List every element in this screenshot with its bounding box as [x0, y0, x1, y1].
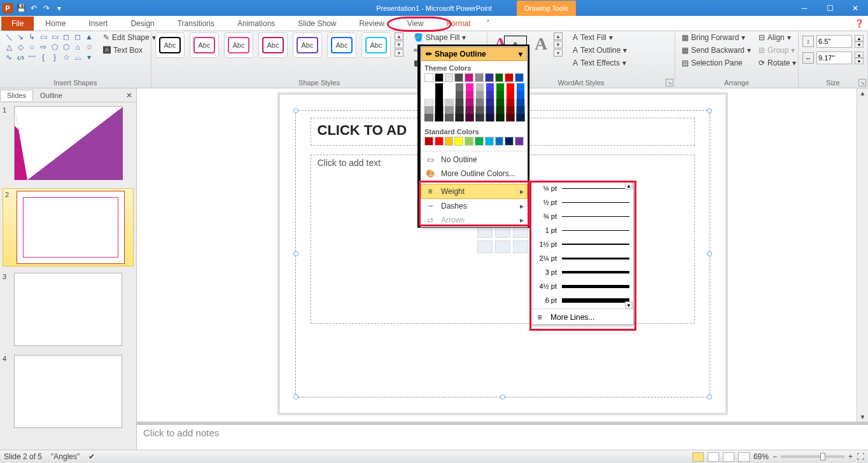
- close-button[interactable]: ✕: [843, 0, 868, 16]
- color-swatch[interactable]: [475, 137, 484, 146]
- weight-scroll[interactable]: ▲▼: [625, 182, 633, 309]
- color-swatch[interactable]: [465, 73, 473, 82]
- maximize-button[interactable]: ☐: [817, 0, 843, 16]
- color-swatch[interactable]: [486, 83, 494, 91]
- color-swatch[interactable]: [424, 106, 433, 114]
- color-swatch[interactable]: [506, 83, 515, 91]
- content-type-icons[interactable]: [477, 225, 528, 253]
- tab-format[interactable]: Format: [435, 16, 482, 31]
- color-swatch[interactable]: [495, 73, 504, 82]
- color-swatch[interactable]: [496, 114, 505, 121]
- color-swatch[interactable]: [506, 114, 515, 121]
- help-icon[interactable]: ❓: [851, 19, 868, 28]
- color-swatch[interactable]: [435, 114, 444, 121]
- minimize-button[interactable]: ─: [792, 0, 817, 16]
- color-swatch[interactable]: [486, 114, 494, 121]
- color-swatch[interactable]: [424, 83, 433, 91]
- tab-review[interactable]: Review: [347, 16, 395, 31]
- tab-insert[interactable]: Insert: [77, 16, 119, 31]
- color-swatch[interactable]: [516, 114, 525, 121]
- shape-height-input[interactable]: ↕ ▲▼: [802, 35, 864, 48]
- tab-slideshow[interactable]: Slide Show: [286, 16, 347, 31]
- color-swatch[interactable]: [445, 106, 454, 114]
- color-swatch[interactable]: [516, 99, 525, 106]
- text-box-button[interactable]: 🅰Text Box: [101, 45, 158, 55]
- zoom-slider[interactable]: [781, 455, 844, 458]
- color-swatch[interactable]: [445, 114, 454, 121]
- group-button[interactable]: ⊞Group ▾: [756, 45, 799, 55]
- color-swatch[interactable]: [435, 91, 444, 99]
- zoom-in-icon[interactable]: +: [848, 452, 853, 461]
- weight-option[interactable]: 2¼ pt: [530, 251, 633, 265]
- weight-option[interactable]: 1½ pt: [530, 237, 633, 251]
- color-swatch[interactable]: [454, 73, 463, 82]
- color-swatch[interactable]: [495, 137, 504, 146]
- theme-colors-row[interactable]: [421, 73, 528, 82]
- color-swatch[interactable]: [455, 99, 464, 106]
- spin-down-icon[interactable]: ▼: [855, 58, 864, 64]
- resize-handle[interactable]: [500, 394, 505, 399]
- color-swatch[interactable]: [455, 106, 464, 114]
- resize-handle[interactable]: [293, 394, 298, 399]
- color-swatch[interactable]: [486, 106, 494, 114]
- shape-width-input[interactable]: ↔ ▲▼: [802, 52, 864, 64]
- slide-thumb-4[interactable]: 4: [3, 355, 134, 428]
- color-swatch[interactable]: [475, 99, 484, 106]
- color-swatch[interactable]: [424, 114, 433, 121]
- weight-option[interactable]: ½ pt: [530, 195, 633, 209]
- shapes-gallery[interactable]: ＼↘↳▭▭◻◻▲ △◇○⇨⬠⬡⌂☆ ∿ᔕ〰{}☆⌓▾: [4, 32, 94, 62]
- tab-animations[interactable]: Animations: [226, 16, 286, 31]
- text-outline-button[interactable]: AText Outline ▾: [570, 45, 629, 55]
- send-backward-button[interactable]: ▦Send Backward ▾: [679, 45, 753, 55]
- color-swatch[interactable]: [485, 73, 494, 82]
- redo-icon[interactable]: ↷: [42, 4, 51, 13]
- view-reading-button[interactable]: [723, 452, 734, 462]
- rotate-button[interactable]: ⟳Rotate ▾: [756, 58, 799, 68]
- selection-pane-button[interactable]: ▤Selection Pane: [679, 58, 753, 68]
- dialog-launcher-icon[interactable]: ↘: [666, 79, 673, 86]
- side-tab-outline[interactable]: Outline: [33, 90, 69, 101]
- weight-option[interactable]: 1 pt: [530, 223, 633, 237]
- color-swatch[interactable]: [465, 114, 474, 121]
- theme-shades-grid[interactable]: [421, 82, 528, 125]
- style-gallery-scroll[interactable]: ▲▼▾: [395, 32, 403, 57]
- color-swatch[interactable]: [486, 99, 494, 106]
- color-swatch[interactable]: [505, 137, 514, 146]
- resize-handle[interactable]: [707, 251, 712, 256]
- color-swatch[interactable]: [506, 99, 515, 106]
- view-sorter-button[interactable]: [708, 452, 719, 462]
- color-swatch[interactable]: [445, 73, 454, 82]
- color-swatch[interactable]: [516, 83, 525, 91]
- slide-thumb-3[interactable]: 3: [3, 273, 134, 346]
- color-swatch[interactable]: [424, 99, 433, 106]
- color-swatch[interactable]: [424, 137, 433, 146]
- color-swatch[interactable]: [496, 83, 505, 91]
- spin-down-icon[interactable]: ▼: [855, 41, 864, 48]
- color-swatch[interactable]: [515, 137, 524, 146]
- view-normal-button[interactable]: [692, 452, 704, 462]
- resize-handle[interactable]: [293, 251, 298, 256]
- slide-thumbnails[interactable]: 1 2 3 4: [0, 102, 136, 450]
- color-swatch[interactable]: [465, 106, 474, 114]
- vertical-scrollbar[interactable]: ▲▼: [857, 88, 868, 422]
- color-swatch[interactable]: [465, 91, 474, 99]
- wordart-gallery-scroll[interactable]: ▲▼▾: [554, 32, 563, 57]
- notes-area[interactable]: Click to add notes: [137, 424, 868, 450]
- color-swatch[interactable]: [424, 73, 433, 82]
- weight-option[interactable]: 4½ pt: [530, 279, 633, 293]
- weight-item[interactable]: ≡ Weight ▸: [421, 184, 528, 199]
- zoom-out-icon[interactable]: −: [773, 452, 777, 461]
- spellcheck-icon[interactable]: ✔: [88, 452, 95, 461]
- color-swatch[interactable]: [516, 91, 525, 99]
- resize-handle[interactable]: [293, 108, 298, 113]
- weight-option[interactable]: ¼ pt: [530, 181, 633, 195]
- color-swatch[interactable]: [465, 99, 474, 106]
- color-swatch[interactable]: [435, 73, 444, 82]
- shape-fill-button[interactable]: 🪣Shape Fill ▾: [411, 32, 480, 43]
- color-swatch[interactable]: [455, 114, 464, 121]
- spin-up-icon[interactable]: ▲: [855, 35, 864, 41]
- file-tab[interactable]: File: [1, 17, 34, 31]
- view-slideshow-button[interactable]: [738, 452, 750, 462]
- color-swatch[interactable]: [465, 83, 474, 91]
- collapse-ribbon-icon[interactable]: ˄: [482, 19, 494, 28]
